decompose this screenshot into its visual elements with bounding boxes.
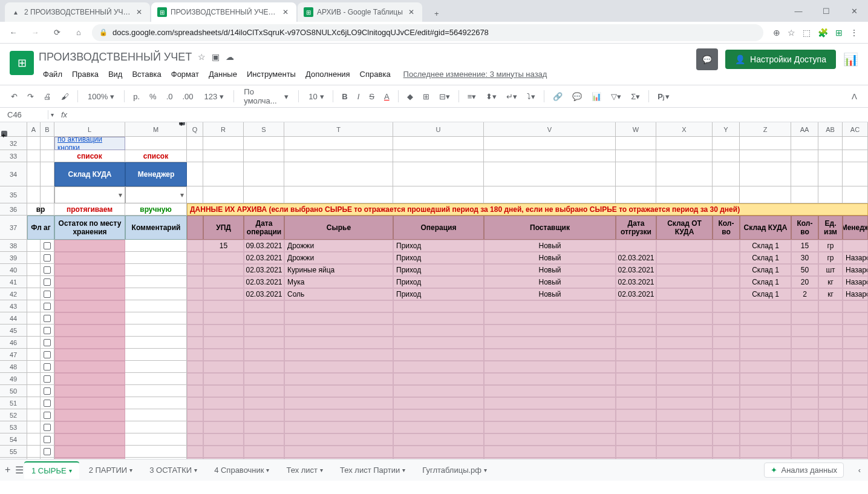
cell[interactable] bbox=[740, 337, 791, 349]
menu-tools[interactable]: Инструменты bbox=[243, 67, 300, 81]
data-cell[interactable]: Приход bbox=[393, 276, 484, 288]
column-header[interactable]: R bbox=[203, 122, 244, 136]
checkbox-cell[interactable] bbox=[41, 288, 54, 300]
scroll-right-button[interactable]: ‹ bbox=[858, 466, 861, 475]
cell[interactable] bbox=[656, 421, 713, 433]
cell[interactable] bbox=[203, 162, 244, 186]
cell[interactable] bbox=[27, 150, 41, 162]
cell[interactable] bbox=[203, 409, 244, 421]
data-cell[interactable]: Склад 1 bbox=[740, 288, 791, 300]
expand-rows-handle[interactable]: + bbox=[1, 131, 7, 137]
cell[interactable] bbox=[284, 324, 393, 337]
column-header[interactable]: B bbox=[41, 122, 54, 136]
cell[interactable] bbox=[203, 300, 244, 312]
reload-button[interactable]: ⟳ bbox=[48, 24, 65, 41]
cell[interactable] bbox=[616, 312, 656, 324]
cell[interactable] bbox=[393, 150, 484, 162]
document-title[interactable]: ПРОИЗВОДСТВЕННЫЙ УЧЕТ bbox=[39, 51, 192, 64]
cell[interactable] bbox=[125, 276, 187, 288]
cell[interactable] bbox=[284, 312, 393, 324]
cell[interactable] bbox=[284, 186, 393, 203]
cell[interactable] bbox=[818, 361, 843, 373]
cell[interactable] bbox=[713, 264, 740, 276]
data-cell[interactable]: Дрожжи bbox=[284, 252, 393, 264]
cell[interactable] bbox=[484, 337, 616, 349]
cell[interactable] bbox=[740, 150, 791, 162]
expand-cols-handle[interactable]: + bbox=[179, 122, 185, 125]
cell[interactable] bbox=[27, 349, 41, 361]
data-cell[interactable]: кг bbox=[818, 288, 843, 300]
sheet-tab[interactable]: 3 ОСТАТКИ▾ bbox=[142, 462, 204, 478]
cell[interactable] bbox=[484, 397, 616, 409]
row-header[interactable]: 55 bbox=[0, 446, 27, 458]
cell[interactable] bbox=[203, 288, 244, 300]
cell[interactable] bbox=[27, 252, 41, 264]
cell[interactable] bbox=[484, 186, 616, 203]
cell[interactable] bbox=[203, 276, 244, 288]
cell[interactable] bbox=[791, 373, 818, 385]
row-header[interactable]: 42 bbox=[0, 288, 27, 300]
paint-format-button[interactable]: 🖌 bbox=[57, 90, 73, 104]
cell[interactable] bbox=[187, 312, 203, 324]
checkbox-cell[interactable] bbox=[41, 337, 54, 349]
cell[interactable] bbox=[484, 433, 616, 446]
cell[interactable] bbox=[187, 349, 203, 361]
data-cell[interactable]: Склад 1 bbox=[740, 252, 791, 264]
cell[interactable] bbox=[713, 324, 740, 337]
cell[interactable] bbox=[244, 312, 284, 324]
sheets-logo[interactable]: ⊞ bbox=[10, 51, 34, 75]
cell[interactable] bbox=[656, 385, 713, 397]
all-sheets-button[interactable]: ☰ bbox=[15, 464, 24, 476]
cell[interactable] bbox=[713, 385, 740, 397]
cell[interactable] bbox=[740, 433, 791, 446]
data-cell[interactable]: Новый bbox=[484, 288, 616, 300]
cell[interactable] bbox=[818, 137, 843, 150]
cell[interactable] bbox=[54, 409, 125, 421]
cell[interactable] bbox=[125, 349, 187, 361]
cell[interactable] bbox=[843, 186, 868, 203]
data-cell[interactable]: Новый bbox=[484, 240, 616, 252]
menu-icon[interactable]: ⋮ bbox=[850, 28, 858, 38]
cell[interactable] bbox=[41, 162, 54, 186]
cell[interactable] bbox=[740, 312, 791, 324]
blocker-icon[interactable]: ⬚ bbox=[803, 28, 811, 38]
sheet-tab[interactable]: 2 ПАРТИИ▾ bbox=[82, 462, 140, 478]
cell[interactable] bbox=[656, 162, 713, 186]
cell[interactable] bbox=[244, 446, 284, 458]
cell[interactable] bbox=[27, 385, 41, 397]
strike-button[interactable]: S bbox=[365, 90, 378, 104]
cell[interactable] bbox=[484, 446, 616, 458]
maximize-button[interactable]: ☐ bbox=[812, 0, 840, 22]
cell[interactable] bbox=[41, 150, 54, 162]
row-header[interactable]: 54 bbox=[0, 433, 27, 446]
cell[interactable] bbox=[791, 385, 818, 397]
cell[interactable] bbox=[284, 385, 393, 397]
row-header[interactable]: 47 bbox=[0, 349, 27, 361]
cell[interactable] bbox=[713, 186, 740, 203]
row-header[interactable]: 51 bbox=[0, 397, 27, 409]
cell[interactable] bbox=[244, 361, 284, 373]
column-header[interactable]: M bbox=[125, 122, 187, 136]
browser-tab[interactable]: ⊞ ПРОИЗВОДСТВЕННЫЙ УЧЕТ - G ✕ bbox=[151, 2, 296, 22]
cell[interactable] bbox=[843, 421, 868, 433]
cell[interactable] bbox=[203, 312, 244, 324]
analyze-data-button[interactable]: ✦ Анализ данных bbox=[764, 463, 844, 478]
data-cell[interactable]: Приход bbox=[393, 252, 484, 264]
cell[interactable] bbox=[27, 397, 41, 409]
row-header[interactable]: 44 bbox=[0, 312, 27, 324]
close-button[interactable]: ✕ bbox=[840, 0, 868, 22]
data-cell[interactable]: Склад 1 bbox=[740, 276, 791, 288]
column-header[interactable]: V bbox=[484, 122, 616, 136]
cell[interactable] bbox=[393, 446, 484, 458]
cell[interactable] bbox=[393, 397, 484, 409]
sheets-ext-icon[interactable]: ⊞ bbox=[835, 28, 843, 38]
move-icon[interactable]: ▣ bbox=[212, 52, 220, 62]
row-header[interactable]: 45 bbox=[0, 324, 27, 337]
cell[interactable] bbox=[125, 361, 187, 373]
cell[interactable] bbox=[740, 397, 791, 409]
cell[interactable] bbox=[284, 433, 393, 446]
cell[interactable] bbox=[244, 137, 284, 150]
column-header[interactable]: X bbox=[656, 122, 713, 136]
cell[interactable] bbox=[187, 276, 203, 288]
checkbox-cell[interactable] bbox=[41, 264, 54, 276]
